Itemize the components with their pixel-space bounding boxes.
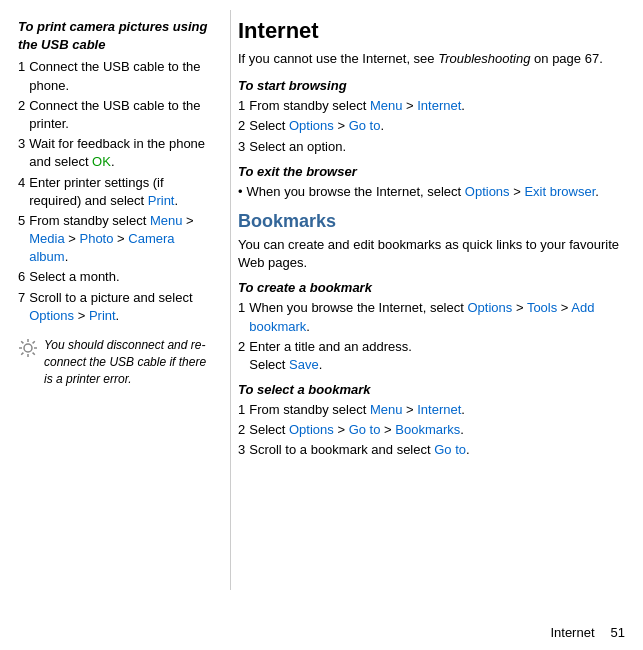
note-box: You should disconnect and re-connect the… xyxy=(18,337,216,387)
create-bookmark-steps: 1 When you browse the Internet, select O… xyxy=(238,299,625,374)
step-3: 3 Wait for feedback in the phone and sel… xyxy=(18,135,216,171)
select-bookmark-steps: 1 From standby select Menu > Internet. 2… xyxy=(238,401,625,460)
svg-line-6 xyxy=(33,353,35,355)
exit-browser-title: To exit the browser xyxy=(238,164,625,179)
svg-line-8 xyxy=(21,353,23,355)
select-step-2: 2 Select Options > Go to > Bookmarks. xyxy=(238,421,625,439)
browse-step-3: 3 Select an option. xyxy=(238,138,625,156)
svg-line-7 xyxy=(33,341,35,343)
svg-point-0 xyxy=(24,344,32,352)
column-divider xyxy=(230,10,231,590)
left-section-title: To print camera pictures using the USB c… xyxy=(18,18,216,54)
bookmarks-heading: Bookmarks xyxy=(238,211,625,232)
footer: Internet 51 xyxy=(550,625,625,640)
create-step-1: 1 When you browse the Internet, select O… xyxy=(238,299,625,335)
select-bookmark-title: To select a bookmark xyxy=(238,382,625,397)
browse-step-1: 1 From standby select Menu > Internet. xyxy=(238,97,625,115)
step-6: 6 Select a month. xyxy=(18,268,216,286)
start-browsing-title: To start browsing xyxy=(238,78,625,93)
print-steps-list: 1 Connect the USB cable to the phone. 2 … xyxy=(18,58,216,325)
step-7: 7 Scroll to a picture and select Options… xyxy=(18,289,216,325)
page-heading: Internet xyxy=(238,18,625,44)
right-column: Internet If you cannot use the Internet,… xyxy=(230,10,643,640)
step-1: 1 Connect the USB cable to the phone. xyxy=(18,58,216,94)
step-5: 5 From standby select Menu > Media > Pho… xyxy=(18,212,216,267)
start-browsing-steps: 1 From standby select Menu > Internet. 2… xyxy=(238,97,625,156)
footer-page: 51 xyxy=(611,625,625,640)
select-step-1: 1 From standby select Menu > Internet. xyxy=(238,401,625,419)
browse-step-2: 2 Select Options > Go to. xyxy=(238,117,625,135)
create-step-2: 2 Enter a title and an address.Select Sa… xyxy=(238,338,625,374)
note-text: You should disconnect and re-connect the… xyxy=(44,337,216,387)
sun-icon xyxy=(18,338,38,358)
exit-step-1: • When you browse the Internet, select O… xyxy=(238,183,625,201)
step-2: 2 Connect the USB cable to the printer. xyxy=(18,97,216,133)
intro-text: If you cannot use the Internet, see Trou… xyxy=(238,50,625,68)
footer-label: Internet xyxy=(550,625,594,640)
svg-line-5 xyxy=(21,341,23,343)
step-4: 4 Enter printer settings (if required) a… xyxy=(18,174,216,210)
select-step-3: 3 Scroll to a bookmark and select Go to. xyxy=(238,441,625,459)
create-bookmark-title: To create a bookmark xyxy=(238,280,625,295)
bookmarks-intro: You can create and edit bookmarks as qui… xyxy=(238,236,625,272)
exit-browser-steps: • When you browse the Internet, select O… xyxy=(238,183,625,201)
left-column: To print camera pictures using the USB c… xyxy=(0,10,230,640)
